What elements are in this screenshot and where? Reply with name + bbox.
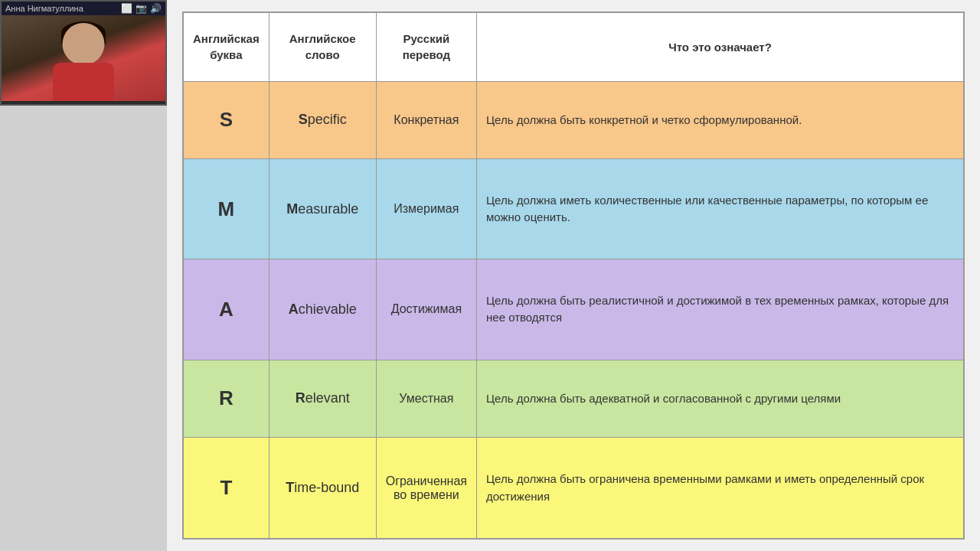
header-english: Английскоеслово (269, 12, 376, 81)
video-panel: Анна Нигматуллина ⬜ 📷 🔊 (0, 0, 167, 106)
table-row: RRelevantУместнаяЦель должна быть адеква… (183, 360, 964, 438)
cell-russian-t: Ограниченная во времени (376, 438, 476, 539)
cell-english-a: Achievable (269, 259, 376, 360)
table-row: MMeasurableИзмеримаяЦель должна иметь ко… (183, 159, 964, 259)
table-header-row: Английскаябуква Английскоеслово Русскийп… (183, 12, 964, 81)
video-icons: ⬜ 📷 🔊 (121, 3, 162, 14)
cell-english-t: Time-bound (269, 438, 376, 539)
video-feed (2, 15, 165, 101)
camera-icon: 📷 (136, 3, 147, 14)
cell-russian-r: Уместная (376, 360, 476, 438)
cell-meaning-a: Цель должна быть реалистичной и достижим… (477, 259, 964, 360)
video-person-name: Анна Нигматуллина (5, 4, 83, 13)
smart-table: Английскаябуква Английскоеслово Русскийп… (182, 11, 965, 540)
table-row: AAchievableДостижимаяЦель должна быть ре… (183, 259, 964, 360)
header-russian: Русскийперевод (376, 12, 476, 81)
cell-english-s: Specific (269, 81, 376, 159)
table-body: SSpecificКонкретнаяЦель должна быть конк… (183, 81, 964, 539)
header-meaning: Что это означает? (477, 12, 964, 81)
cell-letter-t: T (183, 438, 269, 539)
main-content: Английскаябуква Английскоеслово Русскийп… (167, 0, 980, 551)
cell-letter-s: S (183, 81, 269, 159)
video-title-bar: Анна Нигматуллина ⬜ 📷 🔊 (2, 2, 165, 15)
person-head (63, 23, 105, 65)
cell-letter-r: R (183, 360, 269, 438)
table-row: TTime-boundОграниченная во времениЦель д… (183, 438, 964, 539)
cell-meaning-s: Цель должна быть конкретной и четко сфор… (477, 81, 964, 159)
cell-russian-s: Конкретная (376, 81, 476, 159)
header-letter: Английскаябуква (183, 12, 269, 81)
cell-letter-m: M (183, 159, 269, 259)
cell-russian-m: Измеримая (376, 159, 476, 259)
audio-icon: 🔊 (150, 3, 162, 14)
cell-letter-a: A (183, 259, 269, 360)
table-row: SSpecificКонкретнаяЦель должна быть конк… (183, 81, 964, 159)
cell-meaning-t: Цель должна быть ограничена временными р… (477, 438, 964, 539)
resize-icon[interactable]: ⬜ (121, 3, 132, 14)
person-body (53, 63, 114, 101)
cell-russian-a: Достижимая (376, 259, 476, 360)
cell-english-r: Relevant (269, 360, 376, 438)
cell-meaning-m: Цель должна иметь количественные или кач… (477, 159, 964, 259)
cell-meaning-r: Цель должна быть адекватной и согласован… (477, 360, 964, 438)
cell-english-m: Measurable (269, 159, 376, 259)
